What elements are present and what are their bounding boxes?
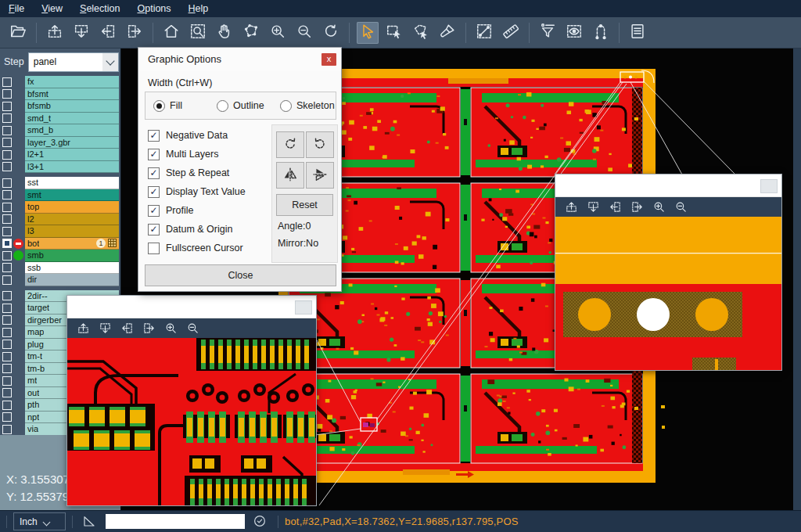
- snap-corner-icon[interactable]: [82, 514, 98, 530]
- layer-visibility-checkbox[interactable]: [2, 239, 12, 248]
- layer-visibility-checkbox[interactable]: [2, 138, 12, 147]
- layer-label[interactable]: layer_3.gbr: [25, 137, 119, 149]
- layer-smt[interactable]: smt: [0, 189, 120, 202]
- layer-visibility-checkbox[interactable]: [2, 77, 12, 87]
- flip-horizontal-button[interactable]: [276, 162, 304, 189]
- checkbox-step-repeat[interactable]: Step & Repeat: [148, 164, 246, 182]
- checkbox-negative-data[interactable]: Negative Data: [148, 126, 246, 145]
- reset-button[interactable]: Reset: [276, 194, 333, 216]
- command-input[interactable]: [106, 514, 245, 529]
- zoom-polygon-button[interactable]: [240, 22, 262, 44]
- layer-visibility-checkbox[interactable]: [2, 263, 12, 272]
- layer-l2[interactable]: l2: [0, 214, 120, 226]
- pan-hand-button[interactable]: [214, 22, 235, 44]
- layer-label[interactable]: l2+1: [25, 149, 119, 161]
- layer-label[interactable]: l3+1: [25, 161, 119, 174]
- layer-smd_t[interactable]: smd_t: [0, 113, 120, 125]
- move-right-button[interactable]: [629, 200, 645, 215]
- layer-visibility-checkbox[interactable]: [2, 190, 12, 200]
- layer-visibility-checkbox[interactable]: [2, 126, 12, 135]
- move-up-button[interactable]: [75, 321, 91, 336]
- ruler-button[interactable]: [500, 22, 522, 44]
- menu-help[interactable]: Help: [180, 0, 217, 17]
- layer-label[interactable]: smt: [25, 189, 119, 202]
- flip-vertical-button[interactable]: [306, 162, 334, 189]
- layer-visibility-checkbox[interactable]: [2, 412, 12, 422]
- layer-visibility-checkbox[interactable]: [2, 352, 12, 361]
- layer-visibility-checkbox[interactable]: [2, 340, 12, 349]
- menu-view[interactable]: View: [33, 0, 71, 17]
- home-view-button[interactable]: [160, 22, 182, 44]
- apply-icon[interactable]: [253, 514, 268, 530]
- layer-smd_b[interactable]: smd_b: [0, 124, 120, 137]
- layer-l3+1[interactable]: l3+1: [0, 161, 120, 174]
- layer-label[interactable]: bfsmb: [25, 100, 119, 113]
- move-up-button[interactable]: [44, 22, 66, 44]
- layer-visibility-checkbox[interactable]: [2, 178, 12, 188]
- filter-button[interactable]: [537, 22, 559, 44]
- layer-layer_3.gbr[interactable]: layer_3.gbr: [0, 137, 120, 149]
- menu-options[interactable]: Options: [128, 0, 179, 17]
- layer-visibility-checkbox[interactable]: [2, 315, 12, 325]
- checkbox-multi-layers[interactable]: Multi Layers: [148, 145, 246, 164]
- layer-label[interactable]: dir: [25, 274, 119, 286]
- open-folder-button[interactable]: [7, 22, 29, 44]
- radio-outline[interactable]: Outline: [217, 100, 272, 112]
- layer-visibility-checkbox[interactable]: [2, 251, 12, 261]
- layer-visibility-checkbox[interactable]: [2, 291, 12, 300]
- radio-skeleton[interactable]: Skeleton: [280, 100, 336, 112]
- layer-label[interactable]: bfsmt: [25, 88, 119, 101]
- layer-label[interactable]: smd_t: [25, 113, 119, 125]
- layer-visibility-checkbox[interactable]: [2, 203, 12, 212]
- layer-visibility-checkbox[interactable]: [2, 328, 12, 337]
- checkbox-profile[interactable]: Profile: [148, 201, 246, 220]
- layer-visibility-checkbox[interactable]: [2, 162, 12, 171]
- move-up-button[interactable]: [563, 200, 579, 215]
- zoom-in-button[interactable]: [651, 200, 666, 215]
- report-list-button[interactable]: [627, 22, 648, 44]
- layer-label[interactable]: fx: [25, 76, 119, 88]
- layer-sst[interactable]: sst: [0, 177, 120, 189]
- move-right-button[interactable]: [124, 22, 145, 44]
- measure-distance-button[interactable]: [473, 22, 495, 44]
- checkbox-display-text-value[interactable]: Display Text Value: [148, 182, 246, 201]
- layer-bfsmb[interactable]: bfsmb: [0, 100, 120, 113]
- zoom-out-button[interactable]: [185, 321, 200, 336]
- select-polygon-button[interactable]: [410, 22, 432, 44]
- layer-bot[interactable]: bot1: [0, 238, 120, 250]
- layer-visibility-checkbox[interactable]: [2, 425, 12, 434]
- move-left-button[interactable]: [97, 22, 119, 44]
- layer-visibility-checkbox[interactable]: [2, 150, 12, 160]
- layer-label[interactable]: smd_b: [25, 124, 119, 137]
- magnifier-content-pads[interactable]: [555, 217, 781, 370]
- layer-label[interactable]: bot1: [25, 238, 119, 250]
- trace-route-button[interactable]: [590, 22, 612, 44]
- layer-visibility-checkbox[interactable]: [2, 227, 12, 236]
- layer-label[interactable]: ssb: [25, 262, 119, 275]
- zoom-previous-button[interactable]: [320, 22, 342, 44]
- layer-l2+1[interactable]: l2+1: [0, 149, 120, 161]
- layer-visibility-checkbox[interactable]: [2, 89, 12, 99]
- layer-top[interactable]: top: [0, 201, 120, 214]
- zoom-out-button[interactable]: [673, 200, 688, 215]
- layer-label[interactable]: sst: [25, 177, 119, 189]
- magnifier-window-bottom-left[interactable]: [66, 295, 317, 506]
- zoom-window-button[interactable]: [187, 22, 209, 44]
- layer-visibility-checkbox[interactable]: [2, 102, 12, 111]
- zoom-out-button[interactable]: [293, 22, 315, 44]
- magnifier-content-pcb[interactable]: [67, 338, 316, 505]
- magnifier-window-top-right[interactable]: [555, 174, 782, 371]
- layer-ssb[interactable]: ssb: [0, 262, 120, 275]
- layer-visibility-checkbox[interactable]: [2, 401, 12, 410]
- magnifier-titlebar[interactable]: [555, 174, 781, 197]
- move-right-button[interactable]: [141, 321, 156, 336]
- checkbox-datum-origin[interactable]: Datum & Origin: [148, 220, 246, 239]
- zoom-in-button[interactable]: [163, 321, 178, 336]
- step-select[interactable]: panel: [28, 52, 119, 72]
- select-cursor-button[interactable]: [357, 22, 379, 44]
- move-left-button[interactable]: [119, 321, 135, 336]
- right-scroll-strip[interactable]: [793, 49, 801, 510]
- rotate-cw-button[interactable]: [276, 131, 304, 158]
- layer-visibility-checkbox[interactable]: [2, 214, 12, 224]
- layer-visibility-checkbox[interactable]: [2, 113, 12, 123]
